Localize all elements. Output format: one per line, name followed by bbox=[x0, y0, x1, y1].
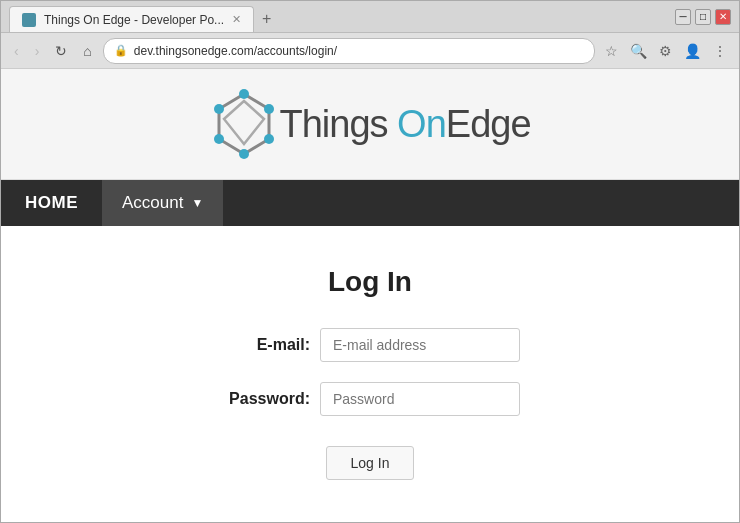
logo-text: Things OnEdge bbox=[279, 103, 530, 146]
logo-icon bbox=[209, 89, 279, 159]
close-button[interactable]: ✕ bbox=[715, 9, 731, 25]
login-section: Log In E-mail: Password: Log In bbox=[1, 226, 739, 520]
back-button[interactable]: ‹ bbox=[9, 41, 24, 61]
browser-nav-icons: ☆ 🔍 ⚙ 👤 ⋮ bbox=[601, 41, 731, 61]
logo-edge: Edge bbox=[446, 103, 531, 145]
email-input[interactable] bbox=[320, 328, 520, 362]
tab-area: Things On Edge - Developer Po... ✕ + bbox=[9, 1, 279, 32]
password-label: Password: bbox=[220, 390, 310, 408]
password-row: Password: bbox=[220, 382, 520, 416]
menu-button[interactable]: ⋮ bbox=[709, 41, 731, 61]
chevron-down-icon: ▼ bbox=[191, 196, 203, 210]
nav-account-label: Account bbox=[122, 193, 183, 213]
logo-on: On bbox=[397, 103, 446, 145]
maximize-button[interactable]: □ bbox=[695, 9, 711, 25]
minimize-button[interactable]: ─ bbox=[675, 9, 691, 25]
extension-button[interactable]: ⚙ bbox=[655, 41, 676, 61]
url-text: dev.thingsonedge.com/accounts/login/ bbox=[134, 44, 584, 58]
nav-account-menu[interactable]: Account ▼ bbox=[102, 180, 223, 226]
logo-header: Things OnEdge bbox=[1, 69, 739, 180]
svg-point-6 bbox=[264, 134, 274, 144]
tab-favicon bbox=[22, 13, 36, 27]
svg-point-4 bbox=[214, 104, 224, 114]
login-title: Log In bbox=[328, 266, 412, 298]
svg-point-7 bbox=[214, 134, 224, 144]
address-bar[interactable]: 🔒 dev.thingsonedge.com/accounts/login/ bbox=[103, 38, 595, 64]
logo-things: Things bbox=[279, 103, 397, 145]
lock-icon: 🔒 bbox=[114, 44, 128, 57]
forward-button[interactable]: › bbox=[30, 41, 45, 61]
new-tab-button[interactable]: + bbox=[254, 6, 279, 32]
nav-home-link[interactable]: HOME bbox=[1, 180, 102, 226]
login-button[interactable]: Log In bbox=[326, 446, 415, 480]
bookmark-star-button[interactable]: ☆ bbox=[601, 41, 622, 61]
tab-title: Things On Edge - Developer Po... bbox=[44, 13, 224, 27]
window-controls: ─ □ ✕ bbox=[675, 9, 731, 25]
email-label: E-mail: bbox=[220, 336, 310, 354]
page-content: Things OnEdge HOME Account ▼ Log In E-ma… bbox=[1, 69, 739, 522]
refresh-button[interactable]: ↻ bbox=[50, 41, 72, 61]
svg-point-5 bbox=[239, 149, 249, 159]
browser-tab[interactable]: Things On Edge - Developer Po... ✕ bbox=[9, 6, 254, 32]
email-row: E-mail: bbox=[220, 328, 520, 362]
user-button[interactable]: 👤 bbox=[680, 41, 705, 61]
browser-window: Things On Edge - Developer Po... ✕ + ─ □… bbox=[0, 0, 740, 523]
browser-nav-bar: ‹ › ↻ ⌂ 🔒 dev.thingsonedge.com/accounts/… bbox=[1, 33, 739, 69]
svg-point-3 bbox=[264, 104, 274, 114]
search-button[interactable]: 🔍 bbox=[626, 41, 651, 61]
site-navigation: HOME Account ▼ bbox=[1, 180, 739, 226]
home-button[interactable]: ⌂ bbox=[78, 41, 96, 61]
logo-container: Things OnEdge bbox=[209, 89, 530, 159]
svg-marker-1 bbox=[224, 101, 264, 144]
title-bar: Things On Edge - Developer Po... ✕ + ─ □… bbox=[1, 1, 739, 33]
svg-point-2 bbox=[239, 89, 249, 99]
tab-close-button[interactable]: ✕ bbox=[232, 13, 241, 26]
password-input[interactable] bbox=[320, 382, 520, 416]
